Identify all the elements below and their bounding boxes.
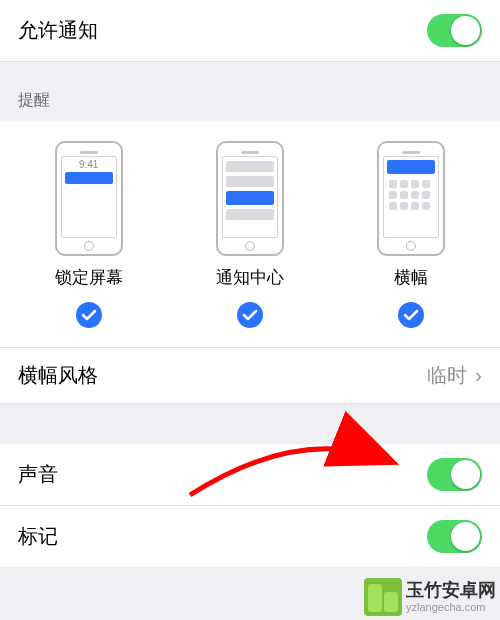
alert-item-banner[interactable]: 横幅: [331, 141, 491, 329]
allow-notifications-toggle[interactable]: [427, 14, 482, 47]
lockscreen-time: 9:41: [79, 157, 98, 170]
sound-toggle[interactable]: [427, 458, 482, 491]
chevron-right-icon: ›: [475, 364, 482, 387]
alert-item-notification-center[interactable]: 通知中心: [170, 141, 330, 329]
badges-label: 标记: [18, 523, 58, 550]
svg-point-1: [237, 302, 263, 328]
notification-center-phone-icon: [216, 141, 284, 256]
alerts-row: 9:41 锁定屏幕 通知中心: [8, 141, 492, 329]
alert-label: 通知中心: [216, 266, 284, 289]
banner-style-label: 横幅风格: [18, 362, 98, 389]
watermark-url: yzlangecha.com: [406, 601, 496, 614]
watermark-logo-icon: [364, 578, 402, 616]
watermark: 玉竹安卓网 yzlangecha.com: [364, 578, 496, 616]
check-icon[interactable]: [75, 301, 103, 329]
badges-row: 标记: [0, 506, 500, 567]
alerts-section-header: 提醒: [0, 62, 500, 121]
watermark-text: 玉竹安卓网 yzlangecha.com: [406, 580, 496, 615]
toggle-knob: [451, 522, 480, 551]
toggle-knob: [451, 460, 480, 489]
badges-toggle[interactable]: [427, 520, 482, 553]
check-icon[interactable]: [236, 301, 264, 329]
section-spacer: [0, 404, 500, 444]
banner-phone-icon: [377, 141, 445, 256]
alert-label: 横幅: [394, 266, 428, 289]
check-icon[interactable]: [397, 301, 425, 329]
banner-style-value: 临时: [427, 362, 467, 389]
banner-style-value-container: 临时 ›: [427, 362, 482, 389]
allow-notifications-row: 允许通知: [0, 0, 500, 62]
alert-label: 锁定屏幕: [55, 266, 123, 289]
sound-label: 声音: [18, 461, 58, 488]
svg-point-2: [398, 302, 424, 328]
toggle-knob: [451, 16, 480, 45]
alert-item-lockscreen[interactable]: 9:41 锁定屏幕: [9, 141, 169, 329]
alerts-box: 9:41 锁定屏幕 通知中心: [0, 121, 500, 348]
watermark-title: 玉竹安卓网: [406, 580, 496, 602]
svg-point-0: [76, 302, 102, 328]
banner-style-row[interactable]: 横幅风格 临时 ›: [0, 348, 500, 404]
sound-row: 声音: [0, 444, 500, 506]
allow-notifications-label: 允许通知: [18, 17, 98, 44]
lockscreen-phone-icon: 9:41: [55, 141, 123, 256]
